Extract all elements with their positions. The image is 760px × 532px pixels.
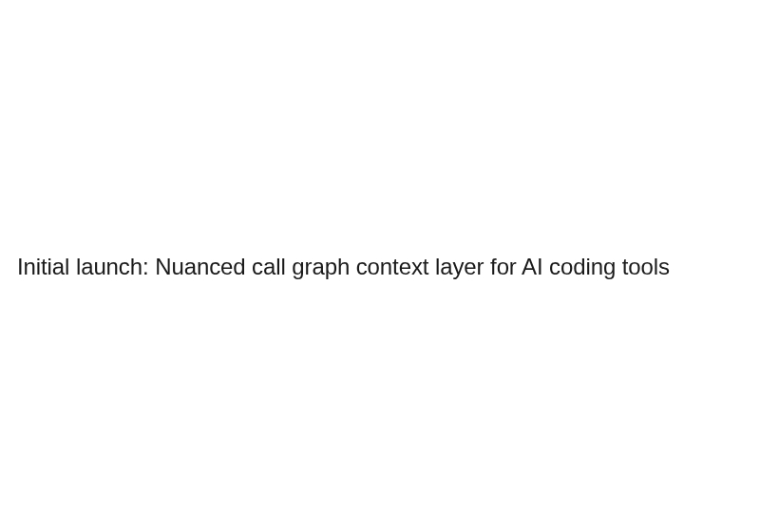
page-container: Initial launch: Nuanced call graph conte…	[0, 0, 760, 532]
page-headline: Initial launch: Nuanced call graph conte…	[17, 252, 670, 281]
